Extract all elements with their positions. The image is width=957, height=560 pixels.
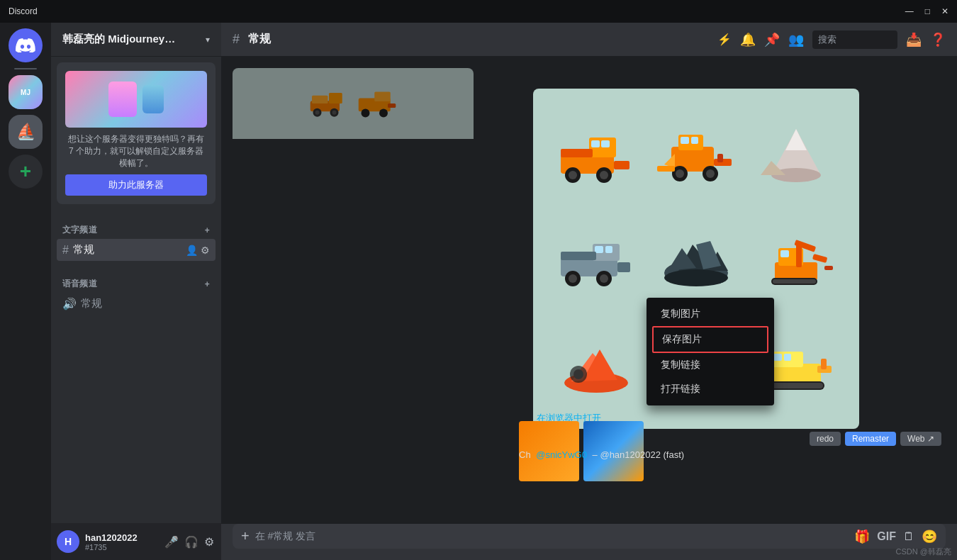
svg-rect-20 <box>561 149 593 157</box>
user-settings-icon[interactable]: ⚙ <box>203 534 216 550</box>
messages-area[interactable]: 复制图片 保存图片 复制链接 打开链接 在浏览器中打开 redo Remaste… <box>221 57 957 524</box>
message-input-tools: 🎁 GIF 🗒 😊 <box>854 529 937 544</box>
svg-rect-57 <box>812 254 827 263</box>
channel-header: # 常规 ⚡ 🔔 📌 👥 搜索 📥 ❓ <box>221 23 957 57</box>
message-input-area: + 在 #常规 发言 🎁 GIF 🗒 😊 <box>221 524 957 560</box>
members-icon[interactable]: 👥 <box>788 32 804 47</box>
message-input-placeholder[interactable]: 在 #常规 发言 <box>255 530 849 543</box>
boost-description: 想让这个服务器变得更独特吗？再有 7 个助力，就可以解锁自定义服务器横幅了。 <box>65 133 207 169</box>
vehicle-dump-truck-gray <box>550 211 642 307</box>
svg-rect-58 <box>824 266 833 270</box>
text-channels-header[interactable]: 文字频道 + <box>57 221 216 239</box>
vehicle-dark-rocks <box>650 211 741 307</box>
add-attachment-icon[interactable]: + <box>241 528 250 544</box>
svg-rect-74 <box>784 354 791 361</box>
server-list: MJ ⛵ + <box>0 23 51 560</box>
notifications-icon[interactable]: 🔔 <box>740 32 756 47</box>
context-menu: 复制图片 保存图片 复制链接 打开链接 <box>647 298 774 405</box>
svg-rect-73 <box>773 354 782 361</box>
voice-channels-label: 语音频道 <box>62 278 97 290</box>
user-panel: H han1202022 #1735 🎤 🎧 ⚙ <box>51 523 221 560</box>
app-title: Discord <box>9 6 38 16</box>
user-avatar: H <box>57 530 79 553</box>
svg-rect-14 <box>591 140 600 147</box>
vehicle-excavator <box>751 211 842 307</box>
add-server-button[interactable]: + <box>9 155 43 189</box>
discord-home-icon[interactable] <box>9 28 43 62</box>
boost-image <box>65 71 207 128</box>
hash-icon: # <box>62 244 69 257</box>
chat-message-preview: Ch @snicYwG0 – @han1202022 (fast) <box>519 449 684 460</box>
channel-name-general: 常规 <box>73 243 94 257</box>
svg-rect-76 <box>766 383 823 388</box>
search-bar[interactable]: 搜索 <box>812 30 897 49</box>
add-person-icon[interactable]: 👤 <box>186 245 198 256</box>
close-button[interactable]: ✕ <box>941 6 948 16</box>
context-menu-open-link[interactable]: 打开链接 <box>652 377 768 401</box>
speaker-icon: 🔊 <box>62 297 77 310</box>
app-layout: MJ ⛵ + 韩磊亮的 Midjourney 服... ▾ ✕ 想让这个服务器变… <box>0 23 957 560</box>
sticker-icon[interactable]: 🗒 <box>903 530 914 543</box>
voice-channels-section: 语音频道 + 🔊 常规 <box>51 264 221 318</box>
inbox-icon[interactable]: 📥 <box>906 32 922 47</box>
chat-prefix: Ch <box>519 449 531 460</box>
svg-rect-21 <box>614 161 629 169</box>
svg-point-44 <box>600 274 608 283</box>
vehicle-front-loader <box>650 106 741 202</box>
search-placeholder: 搜索 <box>818 33 836 46</box>
channel-item-text-general[interactable]: # 常规 👤 ⚙ <box>57 239 216 261</box>
redo-tag[interactable]: redo <box>810 432 841 446</box>
svg-rect-60 <box>773 279 816 284</box>
svg-rect-32 <box>717 154 723 162</box>
headphones-icon[interactable]: 🎧 <box>183 534 200 550</box>
maximize-button[interactable]: □ <box>925 6 930 16</box>
server-icon-midjourney[interactable]: MJ <box>9 75 43 109</box>
user-tag-display: #1735 <box>85 543 157 551</box>
pin-icon[interactable]: 📌 <box>764 32 780 47</box>
help-icon[interactable]: ❓ <box>930 32 946 47</box>
microphone-icon[interactable]: 🎤 <box>163 534 180 550</box>
vehicle-mountain <box>751 106 842 202</box>
svg-rect-24 <box>681 137 689 144</box>
settings-gear-icon[interactable]: ⚙ <box>201 245 210 256</box>
svg-marker-34 <box>785 129 807 150</box>
context-menu-save-image[interactable]: 保存图片 <box>652 326 768 353</box>
svg-point-42 <box>569 274 577 283</box>
svg-rect-30 <box>657 166 675 172</box>
username-display: han1202022 <box>85 532 157 543</box>
boost-server-button[interactable]: 助力此服务器 <box>65 174 207 196</box>
context-menu-copy-image[interactable]: 复制图片 <box>652 302 768 326</box>
svg-point-17 <box>569 171 577 179</box>
svg-rect-45 <box>561 252 596 260</box>
threads-icon[interactable]: ⚡ <box>717 33 732 46</box>
voice-channel-name: 常规 <box>81 297 102 310</box>
minimize-button[interactable]: — <box>905 6 914 16</box>
web-tag[interactable]: Web ↗ <box>900 432 941 446</box>
svg-point-65 <box>573 369 583 379</box>
user-info: han1202022 #1735 <box>85 532 157 551</box>
server-icon-sailboat[interactable]: ⛵ <box>9 115 43 149</box>
gif-icon[interactable]: GIF <box>877 530 896 543</box>
channel-header-name: 常规 <box>248 32 271 47</box>
watermark: CSDN @韩磊亮 <box>896 547 951 557</box>
remaster-tag[interactable]: Remaster <box>845 432 896 446</box>
action-tags-area: redo Remaster Web ↗ <box>810 432 941 446</box>
gift-icon[interactable]: 🎁 <box>854 529 870 544</box>
add-channel-icon[interactable]: + <box>205 225 210 235</box>
server-header[interactable]: 韩磊亮的 Midjourney 服... ▾ <box>51 23 221 57</box>
main-content: # 常规 ⚡ 🔔 📌 👥 搜索 📥 ❓ <box>221 23 957 560</box>
add-voice-channel-icon[interactable]: + <box>205 279 210 289</box>
voice-channels-header[interactable]: 语音频道 + <box>57 275 216 293</box>
user-controls: 🎤 🎧 ⚙ <box>163 534 216 550</box>
svg-point-51 <box>664 269 728 286</box>
vehicle-orange-pile <box>550 315 642 412</box>
channel-item-voice-general[interactable]: 🔊 常规 <box>57 293 216 315</box>
context-menu-copy-link[interactable]: 复制链接 <box>652 353 768 377</box>
svg-rect-25 <box>691 137 698 144</box>
svg-point-19 <box>600 171 608 179</box>
titlebar: Discord — □ ✕ <box>0 0 957 23</box>
text-channels-section: 文字频道 + # 常规 👤 ⚙ <box>51 210 221 264</box>
emoji-icon[interactable]: 😊 <box>922 529 937 544</box>
svg-rect-39 <box>595 246 603 253</box>
svg-rect-46 <box>617 262 630 272</box>
